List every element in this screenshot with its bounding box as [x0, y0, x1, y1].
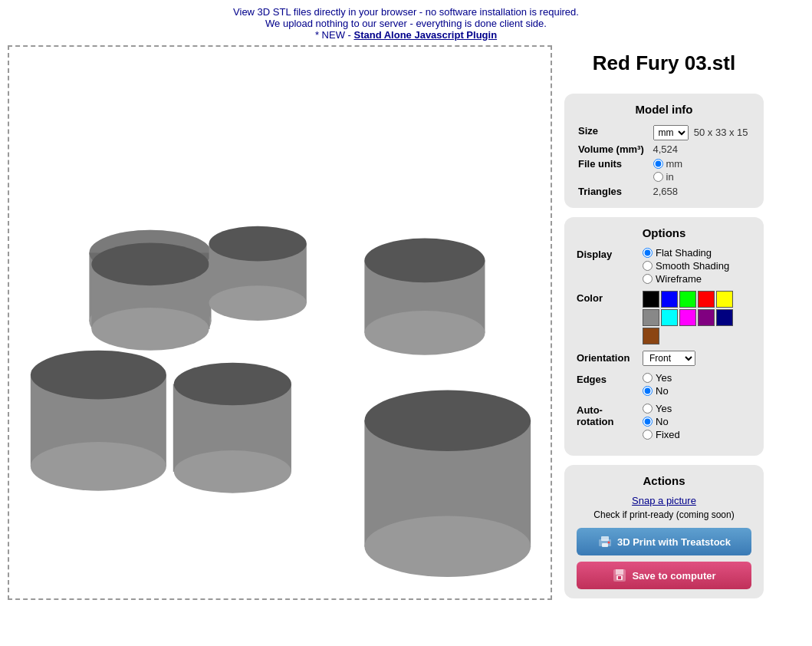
- canvas-area[interactable]: [8, 45, 552, 600]
- edges-row: Edges Yes No: [577, 372, 751, 397]
- edges-no-text: No: [656, 385, 669, 397]
- sidebar: Red Fury 03.stl Model info Size mm in 50…: [564, 45, 764, 598]
- color-blue[interactable]: [661, 291, 678, 308]
- options-title: Options: [577, 226, 751, 239]
- svg-rect-29: [618, 576, 621, 579]
- cylinder-c: [364, 239, 485, 355]
- save-to-computer-button[interactable]: Save to computer: [577, 562, 751, 589]
- model-info-table: Size mm in 50 x 33 x 15 Volume (mm³) 4,5…: [577, 124, 751, 199]
- color-red[interactable]: [698, 291, 715, 308]
- cylinder-a: [91, 243, 209, 351]
- display-flat-label[interactable]: Flat Shading: [643, 247, 729, 259]
- edges-no-label[interactable]: No: [643, 385, 672, 397]
- svg-point-20: [364, 516, 531, 578]
- triangles-row: Triangles 2,658: [577, 184, 751, 199]
- display-label: Display: [577, 247, 638, 260]
- 3dprint-button[interactable]: 3D Print with Treatstock: [577, 528, 751, 555]
- header-line2: We upload nothing to our server - everyt…: [0, 18, 812, 29]
- size-label: Size: [577, 124, 652, 142]
- svg-point-8: [209, 285, 307, 321]
- display-wireframe-radio[interactable]: [643, 274, 653, 284]
- cylinder-e: [173, 363, 291, 493]
- display-flat-radio[interactable]: [643, 248, 653, 258]
- edges-radio-group: Yes No: [643, 372, 672, 397]
- 3d-viewport[interactable]: [9, 47, 551, 596]
- display-wireframe-label[interactable]: Wireframe: [643, 273, 729, 285]
- color-black[interactable]: [643, 291, 659, 308]
- triangles-label: Triangles: [577, 184, 652, 199]
- unit-select[interactable]: mm in: [653, 125, 689, 140]
- model-info-panel: Model info Size mm in 50 x 33 x 15 Volum…: [564, 94, 764, 208]
- edges-yes-label[interactable]: Yes: [643, 372, 672, 384]
- size-row: Size mm in 50 x 33 x 15: [577, 124, 751, 142]
- file-unit-mm-label[interactable]: mm: [653, 158, 750, 170]
- actions-panel: Actions Snap a picture Check if print-re…: [564, 465, 764, 598]
- svg-point-18: [174, 363, 291, 406]
- edges-no-radio[interactable]: [643, 386, 653, 396]
- svg-point-15: [31, 351, 166, 400]
- autorotation-no-text: No: [656, 416, 669, 427]
- svg-rect-23: [601, 536, 609, 541]
- autorotation-fixed-text: Fixed: [656, 429, 680, 440]
- 3dprint-label: 3D Print with Treatstock: [617, 536, 731, 548]
- standalone-plugin-link[interactable]: Stand Alone Javascript Plugin: [353, 29, 497, 41]
- volume-row: Volume (mm³) 4,524: [577, 142, 751, 157]
- edges-yes-radio[interactable]: [643, 373, 653, 383]
- autorotation-no-label[interactable]: No: [643, 416, 680, 427]
- size-value-cell: mm in 50 x 33 x 15: [652, 124, 751, 142]
- color-brown[interactable]: [643, 328, 659, 344]
- autorotation-label: Auto-rotation: [577, 403, 638, 427]
- color-yellow[interactable]: [716, 291, 733, 308]
- autorotation-yes-radio[interactable]: [643, 404, 653, 414]
- svg-point-6: [91, 243, 209, 286]
- autorotation-yes-text: Yes: [656, 403, 672, 414]
- options-panel: Options Display Flat Shading Smooth Shad…: [564, 217, 764, 456]
- display-smooth-radio[interactable]: [643, 261, 653, 271]
- color-green[interactable]: [679, 291, 696, 308]
- file-units-radio-group: mm in: [653, 158, 750, 183]
- file-unit-mm-text: mm: [666, 158, 683, 170]
- header-line3-prefix: * NEW -: [315, 29, 354, 41]
- svg-point-21: [364, 390, 531, 451]
- display-wireframe-text: Wireframe: [656, 273, 702, 285]
- autorotation-fixed-radio[interactable]: [643, 430, 653, 440]
- color-row: Color: [577, 291, 751, 344]
- print-ready-text: Check if print-ready (coming soon): [577, 509, 751, 520]
- file-units-label: File units: [577, 157, 652, 184]
- svg-rect-24: [602, 543, 608, 547]
- header-line3: * NEW - Stand Alone Javascript Plugin: [0, 29, 812, 41]
- edges-yes-text: Yes: [656, 372, 672, 384]
- cylinder-b: [209, 226, 307, 321]
- color-magenta[interactable]: [679, 309, 696, 326]
- 3dprint-icon: [597, 534, 613, 549]
- file-units-row: File units mm in: [577, 157, 751, 184]
- color-purple[interactable]: [698, 309, 715, 326]
- color-navy[interactable]: [716, 309, 733, 326]
- svg-point-5: [91, 308, 209, 351]
- display-radio-group: Flat Shading Smooth Shading Wireframe: [643, 247, 729, 285]
- svg-rect-27: [616, 569, 623, 575]
- color-gray[interactable]: [643, 309, 659, 326]
- color-cyan[interactable]: [661, 309, 678, 326]
- volume-value: 4,524: [652, 142, 751, 157]
- model-info-title: Model info: [577, 103, 751, 116]
- orientation-select[interactable]: Front Back Left Right Top Bottom: [643, 351, 695, 366]
- autorotation-yes-label[interactable]: Yes: [643, 403, 680, 414]
- actions-title: Actions: [577, 474, 751, 487]
- display-smooth-label[interactable]: Smooth Shading: [643, 260, 729, 272]
- autorotation-no-radio[interactable]: [643, 417, 653, 427]
- cylinder-f: [364, 390, 531, 577]
- file-unit-mm-radio[interactable]: [653, 159, 663, 169]
- file-unit-in-label[interactable]: in: [653, 171, 750, 183]
- orientation-label: Orientation: [577, 351, 638, 364]
- file-unit-in-radio[interactable]: [653, 172, 663, 182]
- display-smooth-text: Smooth Shading: [656, 260, 729, 272]
- autorotation-row: Auto-rotation Yes No Fixed: [577, 403, 751, 440]
- autorotation-fixed-label[interactable]: Fixed: [643, 429, 680, 440]
- snap-picture-link[interactable]: Snap a picture: [577, 495, 751, 506]
- svg-point-17: [174, 450, 291, 493]
- size-value: 50 x 33 x 15: [694, 127, 748, 138]
- volume-label: Volume (mm³): [577, 142, 652, 157]
- display-flat-text: Flat Shading: [656, 247, 712, 259]
- edges-label: Edges: [577, 372, 638, 385]
